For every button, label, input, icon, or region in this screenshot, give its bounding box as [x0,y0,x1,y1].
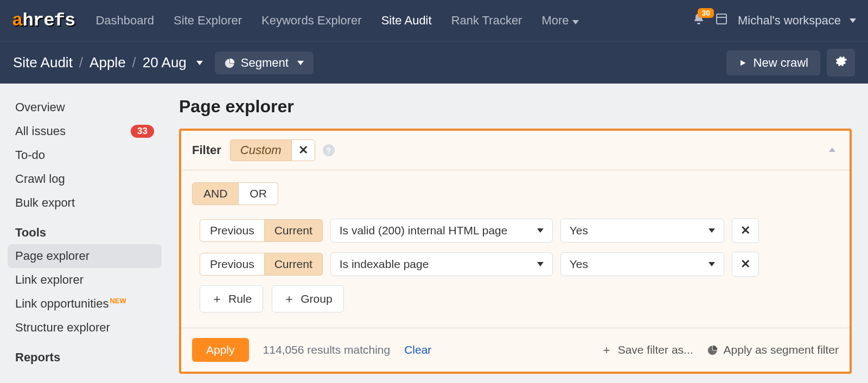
nav-more[interactable]: More [532,9,588,32]
breadcrumb: Site Audit / Apple / 20 Aug [13,54,203,71]
chevron-down-icon [709,262,715,266]
remove-rule-button[interactable]: ✕ [732,252,759,277]
add-rule-button[interactable]: ＋Rule [200,285,263,312]
sidebar-item-overview[interactable]: Overview [8,95,162,119]
scope-current[interactable]: Current [265,219,323,242]
top-nav: ahrefs Dashboard Site Explorer Keywords … [0,0,868,41]
logic-toggle: AND OR [192,182,839,205]
chevron-up-icon [829,148,835,152]
nav-rank-tracker[interactable]: Rank Tracker [442,9,532,32]
nav-label: Site Audit [381,14,432,27]
add-group-button[interactable]: ＋Group [272,285,343,312]
plus-icon: ＋ [211,291,223,307]
nav-label: Keywords Explorer [261,14,362,27]
breadcrumb-project[interactable]: Apple [90,54,126,71]
save-filter-label: Save filter as... [618,343,693,356]
sidebar-item-all-issues[interactable]: All issues 33 [8,119,162,143]
nav-keywords-explorer[interactable]: Keywords Explorer [252,9,372,32]
issues-count-badge: 33 [131,125,154,138]
svg-rect-0 [717,14,726,24]
scope-label: Previous [210,258,254,270]
save-filter-button[interactable]: ＋ Save filter as... [601,342,693,358]
chevron-down-icon [537,228,544,233]
scope-previous[interactable]: Previous [200,219,265,242]
rule-field-select[interactable]: Is valid (200) internal HTML page [330,219,553,242]
sidebar-item-label: Structure explorer [15,321,110,335]
logic-label: OR [250,187,267,200]
chevron-down-icon [850,18,856,23]
nav-dashboard[interactable]: Dashboard [86,9,164,32]
sidebar-item-label: Page explorer [15,249,90,263]
sidebar: Overview All issues 33 To-do Crawl log B… [0,84,169,374]
results-count: 114,056 results matching [263,343,391,356]
nav-site-explorer[interactable]: Site Explorer [164,9,252,32]
sidebar-item-label: Link explorer [15,273,84,287]
nav-label: Rank Tracker [451,14,522,27]
sidebar-item-link-explorer[interactable]: Link explorer [8,268,162,292]
new-tag: NEW [110,297,126,305]
scope-label: Current [275,258,312,270]
filter-chip[interactable]: Custom [230,139,291,161]
content: Page explorer Filter Custom ✕ ? AND OR [169,84,868,374]
sidebar-tools-header: Tools [8,215,162,244]
breadcrumb-root[interactable]: Site Audit [13,54,73,71]
logic-label: AND [203,187,227,200]
remove-rule-button[interactable]: ✕ [732,218,759,243]
filter-rule: Previous Current Is valid (200) internal… [192,218,839,243]
rule-field-label: Is indexable page [340,258,429,271]
rule-value-select[interactable]: Yes [560,252,724,276]
filter-chip-remove[interactable]: ✕ [291,139,315,161]
logo[interactable]: ahrefs [12,10,75,31]
rule-value-label: Yes [570,224,588,237]
play-icon [738,59,747,67]
new-crawl-label: New crawl [754,56,808,70]
plus-icon: ＋ [601,342,612,358]
rule-value-select[interactable]: Yes [560,219,724,242]
scope-label: Current [275,224,312,237]
sidebar-item-structure-explorer[interactable]: Structure explorer [8,316,162,340]
workspace-menu[interactable]: Michal's workspace [738,14,856,28]
plus-icon: ＋ [283,291,295,307]
apply-segment-label: Apply as segment filter [724,343,839,356]
nav-label: Site Explorer [174,14,242,27]
sidebar-item-label: Overview [15,100,65,114]
sidebar-item-label: Link opportunities [15,297,108,310]
sidebar-item-label: Bulk export [15,196,75,210]
scope-previous[interactable]: Previous [200,253,265,276]
notifications-badge: 30 [698,8,714,18]
segment-button[interactable]: Segment [215,52,314,74]
nav-label: More [541,14,569,27]
nav-label: Dashboard [95,14,154,27]
help-icon[interactable]: ? [323,144,335,156]
close-icon: ✕ [741,224,750,238]
apply-button[interactable]: Apply [192,338,249,362]
scope-current[interactable]: Current [265,253,323,276]
chevron-down-icon [196,61,203,65]
settings-button[interactable] [827,49,855,76]
sub-bar: Site Audit / Apple / 20 Aug Segment New … [0,41,868,84]
collapse-toggle[interactable] [829,145,839,155]
nav-site-audit[interactable]: Site Audit [372,9,442,32]
sidebar-item-page-explorer[interactable]: Page explorer [8,244,162,268]
gear-icon [834,54,847,67]
new-crawl-button[interactable]: New crawl [726,50,820,75]
clear-link[interactable]: Clear [404,343,431,356]
page-title: Page explorer [179,97,852,117]
breadcrumb-sep: / [132,54,136,71]
apply-segment-button[interactable]: Apply as segment filter [707,343,839,356]
filter-rule: Previous Current Is indexable page Yes ✕ [192,252,839,277]
sidebar-item-link-opportunities[interactable]: Link opportunitiesNEW [8,292,162,316]
chevron-down-icon [297,61,304,65]
sidebar-item-crawl-log[interactable]: Crawl log [8,167,162,191]
close-icon: ✕ [298,143,308,157]
sidebar-reports-header: Reports [8,340,162,369]
sidebar-item-bulk-export[interactable]: Bulk export [8,191,162,215]
sidebar-item-label: To-do [15,148,45,162]
grid-view-button[interactable] [715,12,728,29]
rule-field-select[interactable]: Is indexable page [330,252,553,276]
sidebar-item-todo[interactable]: To-do [8,143,162,167]
breadcrumb-date[interactable]: 20 Aug [143,54,187,71]
logic-and[interactable]: AND [192,182,239,205]
logic-or[interactable]: OR [239,182,278,205]
notifications-button[interactable]: 30 [692,12,705,29]
